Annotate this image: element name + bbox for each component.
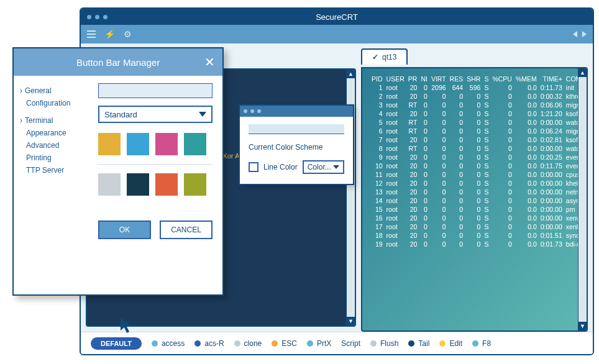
scroll-up-icon[interactable]: ▲ xyxy=(578,68,587,77)
table-row[interactable]: 12root200000S00.00:00.00khelper xyxy=(370,179,588,188)
nav-ttp-server[interactable]: TTP Server xyxy=(20,164,89,176)
nav-configuration[interactable]: Configuration xyxy=(20,97,89,109)
color-swatch[interactable] xyxy=(155,173,178,196)
line-color-checkbox[interactable] xyxy=(249,162,258,172)
color-dot-icon xyxy=(307,340,313,347)
nav-general[interactable]: General xyxy=(20,84,89,97)
name-field[interactable] xyxy=(98,83,213,98)
tab-qt13[interactable]: ✓ qt13 xyxy=(361,48,408,65)
nav-left-icon[interactable] xyxy=(573,31,577,37)
color-swatch[interactable] xyxy=(127,173,149,196)
nav-advanced[interactable]: Advanced xyxy=(20,139,89,152)
swatch-row xyxy=(98,173,213,196)
buttonbar-item[interactable]: Script xyxy=(341,339,360,348)
table-row[interactable]: 2root200000S00.00:00.32kthreadd xyxy=(370,92,588,101)
cell: 0 xyxy=(465,222,482,231)
cell: 0:00.00 xyxy=(539,214,564,222)
color-swatch[interactable] xyxy=(155,133,178,155)
cell: 0 xyxy=(465,231,482,240)
table-row[interactable]: 11root200000S00.00:00.00cpuset xyxy=(370,170,588,179)
check-icon: ✓ xyxy=(372,53,378,61)
scheme-preview[interactable] xyxy=(249,124,344,134)
table-row[interactable]: 3rootRT0000S00.00:06.06migration/0 xyxy=(370,101,588,109)
buttonbar-item[interactable]: Tail xyxy=(408,339,429,348)
table-row[interactable]: 15root200000S00.00:00.00pm xyxy=(370,205,588,214)
cell: RT xyxy=(406,101,419,109)
scroll-down-icon[interactable]: ▼ xyxy=(578,322,587,330)
cell: root xyxy=(385,222,406,231)
table-row[interactable]: 10root200000S00.00:11.75events/1 xyxy=(370,162,588,170)
buttonbar-item[interactable]: Flush xyxy=(370,339,398,348)
gear-icon[interactable]: ⚙ xyxy=(124,29,132,39)
cell: 0 xyxy=(448,170,465,179)
dialog-header[interactable] xyxy=(240,106,353,117)
color-swatch[interactable] xyxy=(98,133,121,155)
buttonbar-item[interactable]: Edit xyxy=(439,339,462,348)
close-icon[interactable]: ✕ xyxy=(204,55,215,70)
cell: 0 xyxy=(448,179,465,188)
buttonbar-item[interactable]: ESC xyxy=(272,339,297,348)
buttonbar-item[interactable]: DEFAULT xyxy=(91,337,142,350)
ok-button[interactable]: OK xyxy=(98,221,151,239)
buttonbar-item[interactable]: F8 xyxy=(472,339,491,348)
table-row[interactable]: 13root200000S00.00:00.00netns xyxy=(370,188,588,196)
cell: 0 xyxy=(490,153,514,162)
cell: 0 xyxy=(419,101,429,109)
color-dot-icon xyxy=(370,340,377,347)
cell: 0 xyxy=(490,240,514,248)
buttonbar-item[interactable]: acs-R xyxy=(194,339,224,348)
table-row[interactable]: 6rootRT0000S00.00:06.24migration/1 xyxy=(370,127,588,135)
nav-appearance[interactable]: Appearance xyxy=(20,127,89,139)
cell: 20 xyxy=(406,170,419,179)
cell: root xyxy=(385,101,406,109)
buttonbar-item[interactable]: access xyxy=(152,339,185,348)
table-row[interactable]: 16root200000S00.00:00.00xenwatch xyxy=(370,214,588,222)
cancel-button[interactable]: CANCEL xyxy=(160,221,213,239)
table-row[interactable]: 14root200000S00.00:00.00async/mgr xyxy=(370,196,588,205)
cell: 0 xyxy=(429,144,448,153)
terminal-right[interactable]: PIDUSERPRNIVIRTRESSHRS%CPU%MEMTIME+COMMA… xyxy=(361,67,588,332)
cell: 0 xyxy=(465,144,482,153)
buttonbar-label: clone xyxy=(244,339,262,348)
buttonbar-item[interactable]: PrtX xyxy=(307,339,331,348)
color-swatch[interactable] xyxy=(127,133,149,155)
style-select[interactable]: Standard xyxy=(98,106,213,123)
table-row[interactable]: 19root200000S00.00:01.73bdi-default xyxy=(370,240,588,248)
cell: 0 xyxy=(490,170,514,179)
table-row[interactable]: 5rootRT0000S00.00:00.00watchdog/0 xyxy=(370,118,588,127)
cell: 0:11.73 xyxy=(539,83,564,92)
cell: 0.0 xyxy=(514,196,539,205)
cell: 0 xyxy=(448,231,465,240)
col-header: USER xyxy=(385,75,406,83)
table-row[interactable]: 9root200000S00.00:20.25events/0 xyxy=(370,153,588,162)
cell: root xyxy=(385,188,406,196)
color-dropdown[interactable]: Color... xyxy=(303,160,344,174)
cell: root xyxy=(385,153,406,162)
table-row[interactable]: 17root200000S00.00:00.00xenbus xyxy=(370,222,588,231)
cell: 0 xyxy=(429,101,448,109)
scroll-up-icon[interactable]: ▲ xyxy=(347,70,355,78)
table-row[interactable]: 1root2002096644596S00.00:11.73init xyxy=(370,83,588,92)
menu-icon[interactable] xyxy=(87,30,96,38)
nav-terminal[interactable]: Terminal xyxy=(20,114,89,127)
color-swatch[interactable] xyxy=(184,173,206,196)
chevron-down-icon xyxy=(333,165,339,169)
scroll-down-icon[interactable]: ▼ xyxy=(347,317,355,325)
nav-printing[interactable]: Printing xyxy=(20,152,89,164)
cell: S xyxy=(482,170,490,179)
scrollbar[interactable]: ▲ ▼ xyxy=(578,68,587,330)
cell: 0 xyxy=(429,109,448,118)
color-swatch[interactable] xyxy=(98,173,121,196)
color-swatch[interactable] xyxy=(184,133,206,155)
table-row[interactable]: 8rootRT0000S00.00:00.00watchdog/1 xyxy=(370,144,588,153)
cell: 0.0 xyxy=(514,240,539,248)
cell: 0 xyxy=(429,205,448,214)
cell: 0 xyxy=(448,92,465,101)
table-row[interactable]: 7root200000S00.00:02.81ksoftirqd/1 xyxy=(370,135,588,144)
buttonbar-item[interactable]: clone xyxy=(234,339,262,348)
cell: 0 xyxy=(429,135,448,144)
bolt-icon[interactable]: ⚡ xyxy=(104,29,115,39)
table-row[interactable]: 18root200000S00.00:01.51sync_supers xyxy=(370,231,588,240)
table-row[interactable]: 4root200000S00.01:21.20ksoftirqd/0 xyxy=(370,109,588,118)
nav-right-icon[interactable] xyxy=(582,31,587,37)
